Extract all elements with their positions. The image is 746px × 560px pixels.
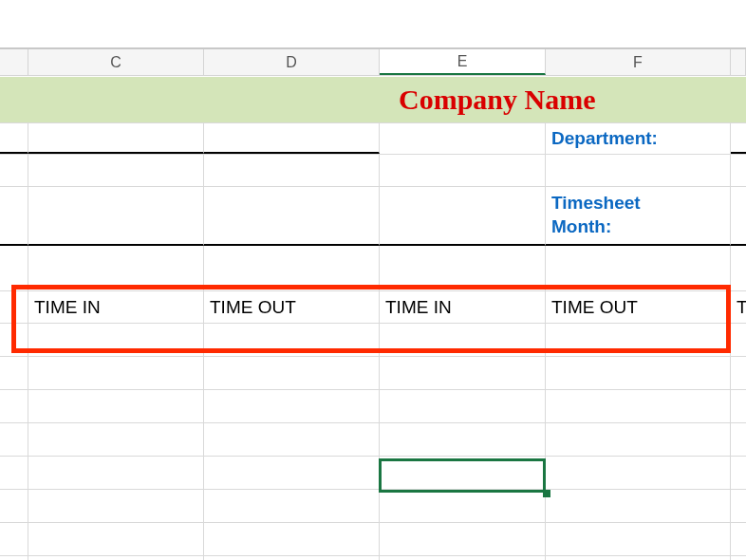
cell[interactable]: [731, 457, 746, 489]
cell[interactable]: [204, 123, 380, 154]
cell[interactable]: [380, 246, 546, 291]
cell[interactable]: [546, 457, 731, 489]
spacer-row: [0, 246, 746, 291]
cell[interactable]: [380, 155, 546, 186]
cell[interactable]: [0, 390, 28, 422]
cell[interactable]: [204, 390, 380, 422]
cell[interactable]: [28, 490, 204, 522]
cell[interactable]: [28, 324, 204, 356]
header-time-out-2[interactable]: TIME OUT: [546, 291, 731, 324]
cell[interactable]: [28, 155, 204, 186]
cell[interactable]: [204, 556, 380, 560]
cell[interactable]: [380, 324, 546, 356]
cell[interactable]: [546, 357, 731, 389]
cell[interactable]: [731, 423, 746, 456]
department-row: Department:: [0, 123, 746, 155]
cell[interactable]: [731, 187, 746, 246]
cell[interactable]: [380, 490, 546, 522]
cell[interactable]: [204, 423, 380, 456]
cell[interactable]: [546, 523, 731, 555]
cell[interactable]: [380, 123, 546, 154]
cell[interactable]: [28, 246, 204, 291]
header-total-partial[interactable]: TO: [731, 291, 746, 324]
cell[interactable]: [0, 187, 28, 246]
cell[interactable]: [28, 187, 204, 246]
cell[interactable]: [731, 357, 746, 389]
cell[interactable]: [0, 123, 28, 154]
cell[interactable]: [0, 523, 28, 555]
timesheet-month-row: Timesheet Month:: [0, 187, 746, 246]
company-title-cell[interactable]: Company Name: [380, 77, 746, 122]
blank-row: [0, 155, 746, 187]
cell[interactable]: [380, 523, 546, 555]
cell[interactable]: [731, 523, 746, 555]
cell[interactable]: [0, 357, 28, 389]
cell[interactable]: [28, 423, 204, 456]
cell[interactable]: [546, 155, 731, 186]
cell[interactable]: [546, 556, 731, 560]
cell[interactable]: [731, 490, 746, 522]
cell[interactable]: [204, 246, 380, 291]
cell[interactable]: [28, 457, 204, 489]
table-row: [0, 457, 746, 490]
cell[interactable]: [380, 423, 546, 456]
cell[interactable]: [28, 123, 204, 154]
column-header-e[interactable]: E: [380, 49, 546, 75]
table-row: [0, 490, 746, 523]
cell[interactable]: [204, 457, 380, 489]
table-row: [0, 423, 746, 457]
cell[interactable]: [380, 187, 546, 246]
column-header-f[interactable]: F: [546, 49, 731, 75]
cell[interactable]: [731, 246, 746, 291]
cell[interactable]: [546, 423, 731, 456]
table-header-row: TIME IN TIME OUT TIME IN TIME OUT TO: [0, 291, 746, 324]
cell[interactable]: [731, 324, 746, 356]
cell[interactable]: [380, 556, 546, 560]
cell[interactable]: [28, 523, 204, 555]
table-row: [0, 556, 746, 560]
cell[interactable]: [0, 423, 28, 456]
column-header-d[interactable]: D: [204, 49, 380, 75]
cell[interactable]: [0, 291, 28, 324]
cell[interactable]: [204, 490, 380, 522]
cell[interactable]: [0, 490, 28, 522]
column-header-g[interactable]: [731, 49, 746, 75]
cell[interactable]: [0, 246, 28, 291]
cell[interactable]: [0, 556, 28, 560]
cell[interactable]: [731, 390, 746, 422]
cell[interactable]: [28, 77, 204, 122]
header-time-in-1[interactable]: TIME IN: [28, 291, 204, 324]
cell[interactable]: [0, 77, 28, 122]
spreadsheet-grid[interactable]: Company Name Department: Timesheet Month…: [0, 77, 746, 560]
cell[interactable]: [546, 490, 731, 522]
cell[interactable]: [0, 324, 28, 356]
cell[interactable]: [731, 556, 746, 560]
cell[interactable]: [380, 390, 546, 422]
header-time-out-1[interactable]: TIME OUT: [204, 291, 380, 324]
cell[interactable]: [546, 246, 731, 291]
timesheet-month-label-cell[interactable]: Timesheet Month:: [546, 187, 731, 246]
cell[interactable]: [0, 155, 28, 186]
cell[interactable]: [204, 324, 380, 356]
cell[interactable]: [380, 457, 546, 489]
cell[interactable]: [731, 155, 746, 186]
cell[interactable]: [546, 390, 731, 422]
cell[interactable]: [0, 457, 28, 489]
cell[interactable]: [204, 155, 380, 186]
cell[interactable]: [731, 123, 746, 154]
cell[interactable]: [380, 357, 546, 389]
cell[interactable]: [204, 77, 380, 122]
cell[interactable]: [28, 556, 204, 560]
table-row: [0, 523, 746, 556]
header-time-in-2[interactable]: TIME IN: [380, 291, 546, 324]
fill-handle[interactable]: [543, 490, 550, 497]
cell[interactable]: [28, 357, 204, 389]
cell[interactable]: [546, 324, 731, 356]
department-label-cell[interactable]: Department:: [546, 123, 731, 154]
cell[interactable]: [204, 187, 380, 246]
column-header-stub[interactable]: [0, 49, 28, 75]
cell[interactable]: [204, 357, 380, 389]
cell[interactable]: [28, 390, 204, 422]
cell[interactable]: [204, 523, 380, 555]
column-header-c[interactable]: C: [28, 49, 204, 75]
